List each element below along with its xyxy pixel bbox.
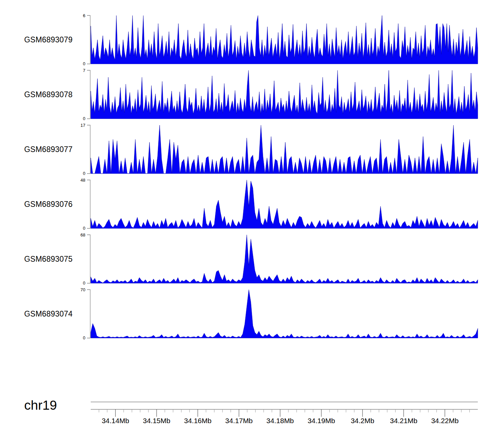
track-group: 480 xyxy=(81,178,478,231)
y-axis-bracket xyxy=(87,235,90,283)
track-label: GSM6893077 xyxy=(24,145,73,154)
y-min-label: 0 xyxy=(83,61,85,66)
y-axis-bracket xyxy=(87,180,90,228)
coverage-area xyxy=(91,180,478,228)
genome-axis: 34.14Mb34.15Mb34.16Mb34.17Mb34.18Mb34.19… xyxy=(91,402,478,424)
y-min-label: 0 xyxy=(83,226,85,231)
track-group: 70 xyxy=(83,68,478,121)
axis-tick-label: 34.22Mb xyxy=(431,417,459,424)
chromosome-label: chr19 xyxy=(24,398,57,413)
axis-tick-label: 34.17Mb xyxy=(225,417,253,424)
genome-browser-figure: 607017048068070034.14Mb34.15Mb34.16Mb34.… xyxy=(0,0,504,444)
track-group: 170 xyxy=(81,123,478,176)
track-label: GSM6893076 xyxy=(24,200,73,209)
coverage-area xyxy=(91,70,478,119)
y-min-label: 0 xyxy=(83,171,85,176)
y-max-label: 7 xyxy=(83,68,85,73)
y-axis-bracket xyxy=(87,125,90,174)
coverage-area xyxy=(91,125,478,174)
coverage-area xyxy=(91,15,478,64)
track-label: GSM6893075 xyxy=(24,255,73,264)
axis-tick-label: 34.14Mb xyxy=(102,417,129,424)
y-axis-bracket xyxy=(87,70,90,119)
y-max-label: 6 xyxy=(83,13,85,18)
coverage-area xyxy=(91,235,478,283)
y-max-label: 70 xyxy=(81,287,85,292)
track-group: 700 xyxy=(81,287,478,340)
coverage-area xyxy=(91,290,478,338)
y-max-label: 68 xyxy=(81,232,85,237)
y-axis-bracket xyxy=(87,15,90,64)
y-max-label: 17 xyxy=(81,123,85,128)
track-group: 60 xyxy=(83,13,478,66)
tracks-plot-svg: 607017048068070034.14Mb34.15Mb34.16Mb34.… xyxy=(0,0,504,444)
y-min-label: 0 xyxy=(83,281,85,286)
axis-tick-label: 34.19Mb xyxy=(307,417,335,424)
axis-tick-label: 34.16Mb xyxy=(184,417,212,424)
y-max-label: 48 xyxy=(81,178,85,183)
axis-tick-label: 34.21Mb xyxy=(390,417,418,424)
axis-tick-label: 34.2Mb xyxy=(351,417,374,424)
axis-tick-label: 34.18Mb xyxy=(266,417,294,424)
track-label: GSM6893079 xyxy=(24,35,73,44)
y-min-label: 0 xyxy=(83,116,85,121)
axis-tick-label: 34.15Mb xyxy=(143,417,170,424)
track-label: GSM6893078 xyxy=(24,90,73,99)
y-min-label: 0 xyxy=(83,335,85,340)
track-label: GSM6893074 xyxy=(24,309,73,319)
y-axis-bracket xyxy=(87,290,90,338)
track-group: 680 xyxy=(81,232,478,286)
